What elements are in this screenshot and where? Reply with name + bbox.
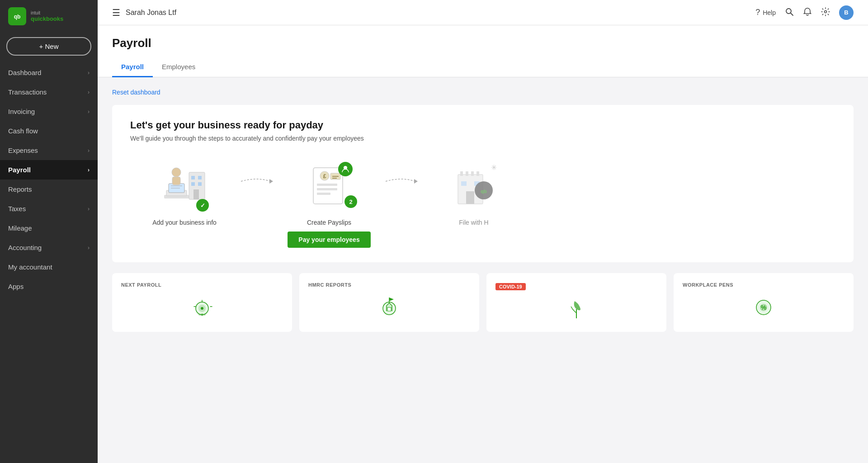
sidebar-item-taxes[interactable]: Taxes › — [0, 199, 98, 218]
step1-label: Add your business info — [152, 219, 217, 226]
step-2: £ 2 — [275, 156, 383, 248]
page-title: Payroll — [112, 36, 854, 50]
chevron-icon: › — [88, 206, 90, 212]
chevron-icon: › — [88, 109, 90, 115]
tab-employees[interactable]: Employees — [153, 57, 204, 77]
sidebar-item-payroll[interactable]: Payroll › — [0, 160, 98, 180]
covid-card: COVID-19 — [486, 273, 666, 332]
reset-dashboard-link[interactable]: Reset dashboard — [112, 89, 160, 96]
chevron-icon: › — [88, 167, 90, 173]
page-content: Payroll Payroll Employees Reset dashboar… — [98, 25, 868, 463]
workplace-pens-icon: % — [683, 293, 844, 320]
covid-icon — [495, 296, 657, 323]
pay-employees-button[interactable]: Pay your employees — [288, 232, 370, 248]
sidebar-logo: qb intuit quickbooks — [0, 0, 98, 33]
header-right: ? Help — [755, 5, 854, 20]
sidebar-item-dashboard[interactable]: Dashboard › — [0, 63, 98, 82]
svg-text:£: £ — [323, 173, 326, 180]
chevron-icon: › — [88, 89, 90, 95]
step2-label: Create Payslips — [307, 219, 351, 226]
hamburger-button[interactable]: ☰ — [112, 7, 120, 18]
sidebar-item-transactions[interactable]: Transactions › — [0, 82, 98, 102]
svg-point-4 — [825, 11, 827, 13]
content-area: Reset dashboard Let's get your business … — [98, 77, 868, 343]
sidebar-item-mileage[interactable]: Mileage — [0, 218, 98, 238]
hmrc-reports-card: HMRC REPORTS — [299, 273, 479, 332]
tabs-bar: Payroll Employees — [112, 57, 854, 77]
svg-text:%: % — [761, 304, 767, 311]
logo-text: intuit quickbooks — [31, 10, 63, 22]
step1-completed-badge: ✓ — [196, 199, 209, 212]
workplace-pens-card: WORKPLACE PENS % — [674, 273, 854, 332]
header-left: ☰ Sarah Jonas Ltf — [112, 7, 176, 18]
new-button[interactable]: + New — [6, 37, 91, 56]
sidebar-item-cashflow[interactable]: Cash flow — [0, 121, 98, 141]
svg-rect-22 — [317, 193, 330, 195]
svg-rect-16 — [198, 182, 202, 186]
svg-rect-44 — [198, 314, 206, 316]
sidebar-item-invoicing[interactable]: Invoicing › — [0, 102, 98, 121]
step3-label: File with H — [459, 219, 488, 226]
sidebar-item-accounting[interactable]: Accounting › — [0, 238, 98, 257]
sidebar-nav: Dashboard › Transactions › Invoicing › C… — [0, 63, 98, 296]
svg-text:qb: qb — [481, 189, 487, 194]
sidebar-item-apps[interactable]: Apps — [0, 277, 98, 296]
notifications-button[interactable] — [803, 7, 812, 18]
bottom-cards: NEXT PAYROLL HMRC REPORTS — [112, 273, 854, 332]
hmrc-reports-icon — [308, 293, 470, 320]
chevron-icon: › — [88, 245, 90, 251]
svg-rect-17 — [193, 189, 199, 199]
avatar[interactable]: B — [839, 5, 854, 20]
svg-rect-13 — [191, 176, 195, 180]
svg-marker-48 — [389, 298, 394, 301]
svg-text:qb: qb — [14, 14, 21, 20]
svg-rect-14 — [198, 176, 202, 180]
svg-rect-46 — [387, 307, 391, 311]
tab-payroll[interactable]: Payroll — [112, 57, 153, 77]
next-payroll-icon — [121, 293, 283, 320]
svg-rect-34 — [476, 171, 479, 176]
main-area: ☰ Sarah Jonas Ltf ? Help — [98, 0, 868, 463]
svg-rect-36 — [461, 181, 467, 186]
svg-rect-21 — [317, 188, 337, 190]
chevron-icon: › — [88, 147, 90, 154]
settings-button[interactable] — [821, 7, 830, 18]
setup-card: Let's get your business ready for payday… — [112, 105, 854, 262]
bell-icon — [803, 7, 812, 18]
help-button[interactable]: ? Help — [755, 8, 776, 17]
next-payroll-label: NEXT PAYROLL — [121, 282, 283, 288]
step1-illustration: ✓ — [153, 156, 216, 215]
svg-rect-20 — [317, 184, 337, 186]
svg-point-11 — [172, 168, 181, 177]
arrow-connector-1 — [239, 156, 275, 188]
svg-line-3 — [791, 13, 793, 15]
sidebar-item-reports[interactable]: Reports — [0, 180, 98, 199]
svg-rect-33 — [471, 171, 474, 176]
header-bar: ☰ Sarah Jonas Ltf ? Help — [98, 0, 868, 25]
search-button[interactable] — [785, 7, 794, 18]
help-icon: ? — [755, 8, 760, 17]
workplace-pens-label: WORKPLACE PENS — [683, 282, 844, 288]
search-icon — [785, 7, 794, 18]
step2-illustration: £ 2 — [297, 156, 361, 215]
svg-rect-10 — [172, 177, 180, 185]
step2-person-icon — [338, 162, 353, 176]
sidebar-item-expenses[interactable]: Expenses › — [0, 141, 98, 160]
covid-badge: COVID-19 — [495, 283, 526, 290]
setup-title: Let's get your business ready for payday — [130, 119, 835, 131]
step-3: qb ✳ File with H — [420, 156, 528, 226]
svg-rect-15 — [191, 182, 195, 186]
gear-icon — [821, 7, 830, 18]
page-header: Payroll Payroll Employees — [98, 25, 868, 77]
step2-number-badge: 2 — [344, 195, 357, 208]
chevron-icon: › — [88, 70, 90, 76]
svg-rect-35 — [466, 191, 474, 204]
quickbooks-logo-icon: qb — [8, 7, 26, 25]
steps-container: ✓ Add your business info — [130, 156, 835, 248]
svg-marker-18 — [269, 179, 273, 184]
step-1: ✓ Add your business info — [130, 156, 239, 226]
next-payroll-card: NEXT PAYROLL — [112, 273, 292, 332]
svg-point-43 — [201, 307, 203, 310]
sidebar-item-my-accountant[interactable]: My accountant — [0, 257, 98, 277]
svg-marker-29 — [414, 179, 418, 184]
